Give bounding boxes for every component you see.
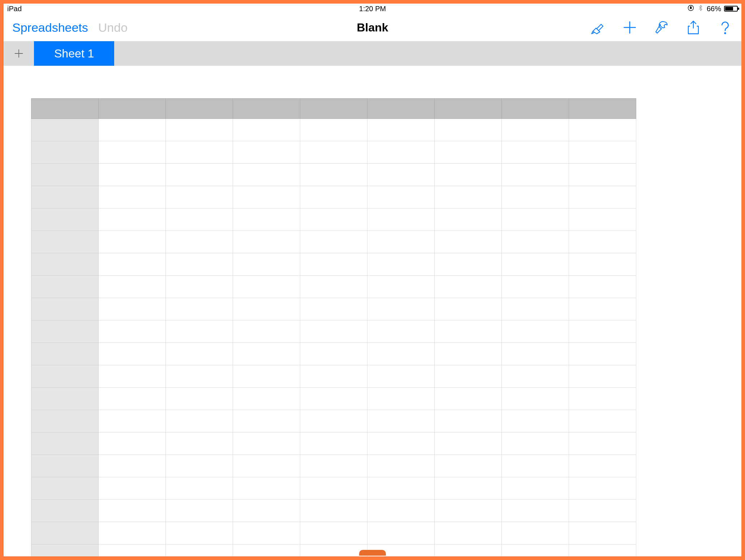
cell[interactable] (569, 432, 636, 455)
cell[interactable] (502, 432, 569, 455)
cell[interactable] (233, 141, 300, 164)
cell[interactable] (569, 500, 636, 522)
cell[interactable] (502, 320, 569, 343)
cell[interactable] (435, 522, 502, 544)
row-header[interactable] (31, 276, 99, 298)
cell[interactable] (233, 410, 300, 432)
cell[interactable] (166, 253, 233, 276)
cell[interactable] (435, 320, 502, 343)
cell[interactable] (99, 298, 166, 320)
cell[interactable] (300, 522, 367, 544)
cell[interactable] (99, 500, 166, 522)
row-header[interactable] (31, 343, 99, 365)
cell[interactable] (502, 276, 569, 298)
cell[interactable] (367, 253, 435, 276)
cell[interactable] (569, 141, 636, 164)
cell[interactable] (367, 231, 435, 253)
cell[interactable] (502, 455, 569, 477)
cell[interactable] (233, 186, 300, 208)
cell[interactable] (435, 119, 502, 141)
cell[interactable] (99, 208, 166, 231)
resize-handle[interactable] (359, 550, 386, 556)
cell[interactable] (300, 253, 367, 276)
cell[interactable] (166, 500, 233, 522)
cell[interactable] (569, 388, 636, 410)
cell[interactable] (99, 432, 166, 455)
cell[interactable] (435, 186, 502, 208)
cell[interactable] (367, 455, 435, 477)
cell[interactable] (99, 388, 166, 410)
cell[interactable] (502, 343, 569, 365)
cell[interactable] (367, 298, 435, 320)
cell[interactable] (502, 253, 569, 276)
cell[interactable] (502, 500, 569, 522)
row-header[interactable] (31, 119, 99, 141)
cell[interactable] (502, 410, 569, 432)
cell[interactable] (502, 388, 569, 410)
cell[interactable] (233, 298, 300, 320)
cell[interactable] (569, 276, 636, 298)
cell[interactable] (367, 276, 435, 298)
row-header[interactable] (31, 432, 99, 455)
cell[interactable] (166, 410, 233, 432)
cell[interactable] (435, 253, 502, 276)
cell[interactable] (569, 410, 636, 432)
cell[interactable] (367, 119, 435, 141)
cell[interactable] (166, 388, 233, 410)
cell[interactable] (166, 477, 233, 500)
cell[interactable] (435, 410, 502, 432)
row-header[interactable] (31, 208, 99, 231)
cell[interactable] (300, 141, 367, 164)
cell[interactable] (99, 253, 166, 276)
format-brush-icon[interactable] (590, 20, 606, 35)
cell[interactable] (300, 119, 367, 141)
cell[interactable] (300, 544, 367, 560)
column-header[interactable] (300, 99, 367, 119)
cell[interactable] (233, 477, 300, 500)
cell[interactable] (367, 365, 435, 388)
row-header[interactable] (31, 253, 99, 276)
cell[interactable] (166, 343, 233, 365)
cell[interactable] (435, 164, 502, 186)
cell[interactable] (569, 208, 636, 231)
document-title[interactable]: Blank (357, 21, 388, 34)
cell[interactable] (166, 365, 233, 388)
cell[interactable] (99, 231, 166, 253)
cell[interactable] (166, 186, 233, 208)
cell[interactable] (99, 186, 166, 208)
cell[interactable] (166, 119, 233, 141)
cell[interactable] (502, 544, 569, 560)
cell[interactable] (99, 410, 166, 432)
cell[interactable] (300, 298, 367, 320)
spreadsheet-grid[interactable] (31, 98, 636, 560)
back-to-spreadsheets-button[interactable]: Spreadsheets (12, 21, 88, 35)
cell[interactable] (367, 343, 435, 365)
cell[interactable] (367, 320, 435, 343)
cell[interactable] (435, 455, 502, 477)
column-header[interactable] (502, 99, 569, 119)
add-sheet-button[interactable] (4, 41, 34, 66)
cell[interactable] (502, 164, 569, 186)
column-header[interactable] (233, 99, 300, 119)
cell[interactable] (367, 388, 435, 410)
cell[interactable] (233, 231, 300, 253)
cell[interactable] (502, 186, 569, 208)
row-header[interactable] (31, 522, 99, 544)
help-icon[interactable] (718, 20, 733, 35)
cell[interactable] (569, 253, 636, 276)
cell[interactable] (435, 365, 502, 388)
cell[interactable] (502, 365, 569, 388)
cell[interactable] (367, 432, 435, 455)
cell[interactable] (233, 388, 300, 410)
cell[interactable] (502, 231, 569, 253)
cell[interactable] (435, 276, 502, 298)
cell[interactable] (367, 500, 435, 522)
cell[interactable] (99, 477, 166, 500)
cell[interactable] (367, 186, 435, 208)
cell[interactable] (99, 119, 166, 141)
cell[interactable] (502, 522, 569, 544)
cell[interactable] (569, 455, 636, 477)
plus-icon[interactable] (622, 20, 637, 35)
cell[interactable] (233, 365, 300, 388)
cell[interactable] (300, 410, 367, 432)
